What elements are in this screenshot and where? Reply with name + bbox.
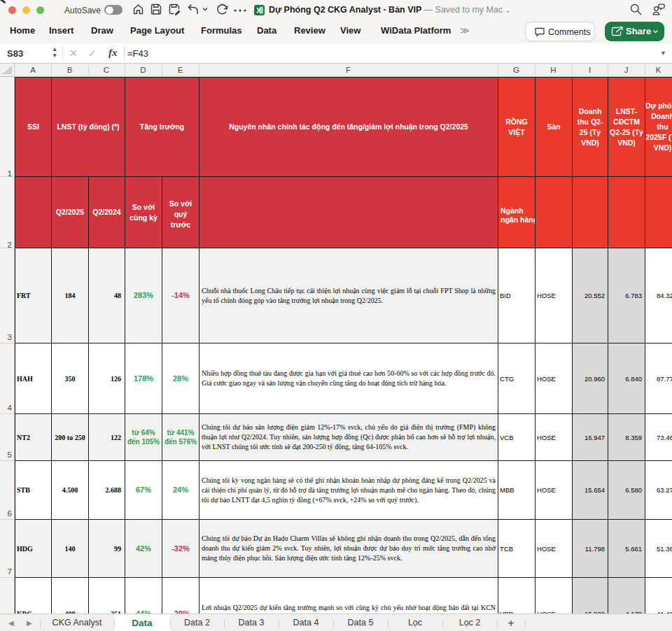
svg-text:X: X	[256, 7, 261, 15]
